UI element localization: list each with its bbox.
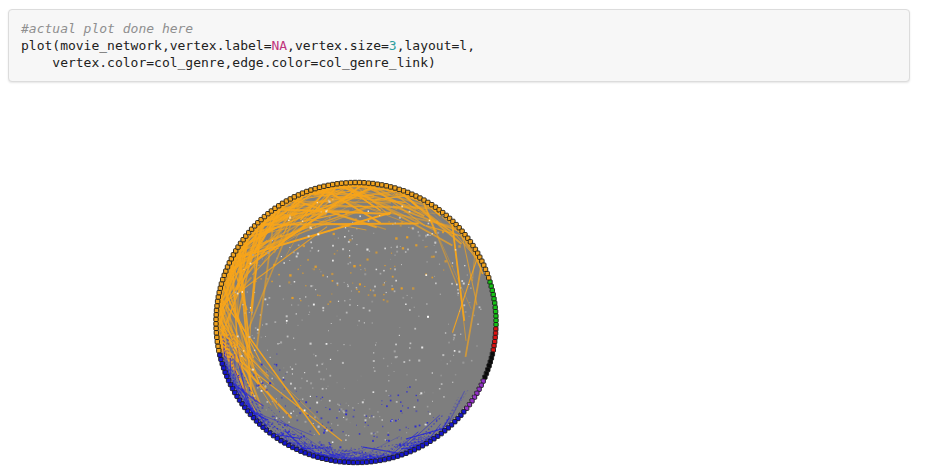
vertex-orange — [366, 181, 370, 185]
vertex-blue — [378, 458, 382, 462]
edge-layers — [218, 185, 494, 461]
vertex-blue — [218, 353, 222, 357]
vertex-blue — [219, 357, 223, 361]
vertex-blue — [365, 460, 369, 464]
vertex-blue — [369, 460, 373, 464]
vertex-blue — [316, 455, 320, 459]
vertex-green — [494, 323, 498, 327]
vertex-blue — [373, 459, 377, 463]
vertex-blue — [404, 451, 408, 455]
vertex-blue — [351, 460, 355, 464]
vertex-orange — [380, 183, 384, 187]
vertex-orange — [215, 340, 219, 344]
vertex-blue — [329, 458, 333, 462]
vertex-orange — [224, 269, 228, 273]
vertex-orange — [326, 183, 330, 187]
vertex-orange — [331, 182, 335, 186]
vertex-blue — [226, 378, 230, 382]
vertex-orange — [371, 181, 375, 185]
vertex-red — [492, 344, 496, 348]
vertex-orange — [214, 313, 218, 317]
vertex-red — [493, 335, 497, 339]
vertex-orange — [217, 348, 221, 352]
vertex-orange — [216, 344, 220, 348]
vertex-orange — [309, 188, 313, 192]
vertex-blue — [303, 451, 307, 455]
vertex-orange — [216, 295, 220, 299]
vertex-blue — [387, 456, 391, 460]
vertex-orange — [215, 304, 219, 308]
vertex-blue — [356, 460, 360, 464]
vertex-orange — [482, 263, 486, 267]
vertex-blue — [223, 370, 227, 374]
vertex-green — [489, 284, 493, 288]
vertex-orange — [397, 187, 401, 191]
vertex-blue — [347, 460, 351, 464]
vertex-blue — [382, 457, 386, 461]
vertex-red — [494, 327, 498, 331]
vertex-orange — [322, 184, 326, 188]
vertex-blue — [220, 362, 224, 366]
vertex-blue — [342, 460, 346, 464]
vertex-orange — [219, 282, 223, 286]
vertex-orange — [214, 331, 218, 335]
vertex-blue — [221, 366, 225, 370]
vertex-green — [493, 310, 497, 314]
vertex-red — [493, 331, 497, 335]
vertex-orange — [485, 271, 489, 275]
vertex-green — [488, 280, 492, 284]
vertex-orange — [375, 182, 379, 186]
vertex-green — [490, 288, 494, 292]
vertex-orange — [221, 277, 225, 281]
vertex-orange — [305, 189, 309, 193]
vertex-blue — [324, 457, 328, 461]
vertex-orange — [300, 191, 304, 195]
vertex-green — [492, 297, 496, 301]
vertex-orange — [335, 182, 339, 186]
vertex-blue — [307, 452, 311, 456]
vertex-orange — [344, 181, 348, 185]
vertex-orange — [313, 186, 317, 190]
network-plot-svg — [0, 0, 930, 468]
vertex-green — [491, 292, 495, 296]
vertex-orange — [393, 186, 397, 190]
vertex-orange — [487, 276, 491, 280]
vertex-orange — [217, 290, 221, 294]
vertex-blue — [333, 459, 337, 463]
vertex-orange — [317, 185, 321, 189]
vertex-orange — [214, 308, 218, 312]
vertex-orange — [401, 189, 405, 193]
vertex-blue — [391, 455, 395, 459]
vertex-orange — [353, 180, 357, 184]
vertex-orange — [389, 185, 393, 189]
vertex-orange — [215, 299, 219, 303]
vertex-orange — [214, 322, 218, 326]
vertex-orange — [384, 184, 388, 188]
vertex-green — [493, 305, 497, 309]
vertex-orange — [362, 181, 366, 185]
vertex-orange — [214, 326, 218, 330]
vertex-orange — [483, 267, 487, 271]
vertex-blue — [400, 453, 404, 457]
vertex-blue — [395, 454, 399, 458]
vertex-green — [493, 301, 497, 305]
vertex-blue — [360, 460, 364, 464]
vertex-orange — [218, 286, 222, 290]
vertex-blue — [338, 459, 342, 463]
vertex-blue — [408, 449, 412, 453]
vertex-orange — [214, 317, 218, 321]
vertex-blue — [311, 454, 315, 458]
vertex-orange — [222, 273, 226, 277]
vertex-orange — [348, 180, 352, 184]
vertex-green — [494, 318, 498, 322]
vertex-green — [494, 314, 498, 318]
vertex-orange — [215, 335, 219, 339]
vertex-blue — [320, 456, 324, 460]
vertex-orange — [339, 181, 343, 185]
vertex-orange — [357, 180, 361, 184]
